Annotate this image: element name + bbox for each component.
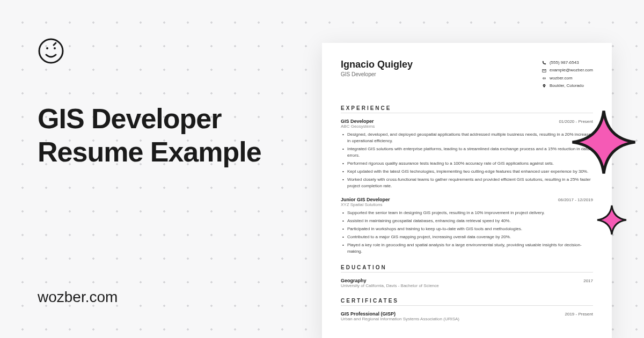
phone-icon (542, 61, 546, 65)
experience-section-title: EXPERIENCE (341, 105, 593, 113)
job-bullet: Participated in workshops and training t… (341, 226, 593, 232)
job-title: Junior GIS Developer (341, 197, 390, 202)
resume-name: Ignacio Quigley (341, 59, 413, 70)
certificate-name: GIS Professional (GISP) (341, 311, 396, 317)
wozber-logo-icon (38, 38, 64, 64)
job-bullets: Supported the senior team in designing G… (341, 210, 593, 255)
job-title: GIS Developer (341, 119, 374, 124)
job-dates: 06/2017 - 12/2019 (558, 197, 593, 202)
certificate-entry: GIS Professional (GISP) 2019 - Present U… (341, 311, 593, 321)
resume-identity: Ignacio Quigley GIS Developer (341, 59, 413, 90)
job-company: XYZ Spatial Solutions (341, 202, 593, 207)
job-bullet: Designed, developed, and deployed geospa… (341, 131, 593, 144)
job-bullet: Played a key role in geocoding and spati… (341, 242, 593, 255)
sparkle-large-icon (569, 107, 639, 177)
svg-point-1 (46, 47, 48, 49)
contact-location: Boulder, Colorado (542, 82, 593, 90)
website-text: wozber.com (550, 75, 573, 82)
education-year: 2017 (583, 278, 593, 283)
title-line-1: GIS Developer (38, 103, 221, 134)
job-company: ABC Geosystems (341, 124, 593, 129)
svg-point-0 (39, 39, 63, 63)
location-text: Boulder, Colorado (550, 82, 584, 90)
title-line-2: Resume Example (38, 136, 261, 167)
svg-point-4 (544, 85, 545, 86)
phone-text: (555) 987-6543 (550, 59, 579, 67)
job-bullet: Contributed to a major GIS mapping proje… (341, 234, 593, 240)
left-panel: GIS Developer Resume Example wozber.com (38, 38, 284, 306)
job-bullets: Designed, developed, and deployed geospa… (341, 131, 593, 189)
email-icon (542, 69, 546, 73)
certificates-section-title: CERTIFICATES (341, 298, 593, 306)
jobs-list: GIS Developer 01/2020 - Present ABC Geos… (341, 119, 593, 255)
link-icon (542, 76, 546, 80)
education-degree: Geography (341, 278, 367, 283)
contact-website: wozber.com (542, 75, 593, 82)
job-entry: Junior GIS Developer 06/2017 - 12/2019 X… (341, 197, 593, 255)
job-entry: GIS Developer 01/2020 - Present ABC Geos… (341, 119, 593, 189)
resume-role: GIS Developer (341, 71, 413, 77)
resume-document: Ignacio Quigley GIS Developer (555) 987-… (322, 43, 612, 338)
job-bullet: Performed rigorous quality assurance tes… (341, 160, 593, 167)
education-entry: Geography 2017 University of California,… (341, 278, 593, 288)
education-section-title: EDUCATION (341, 264, 593, 273)
certificate-org: Urban and Regional Information Systems A… (341, 317, 593, 321)
location-icon (542, 84, 546, 88)
job-bullet: Kept updated with the latest GIS technol… (341, 168, 593, 175)
job-bullet: Assisted in maintaining geospatial datab… (341, 218, 593, 224)
job-bullet: Worked closely with cross-functional tea… (341, 177, 593, 189)
contact-email: example@wozber.com (542, 67, 593, 74)
education-school: University of California, Davis - Bachel… (341, 283, 593, 288)
contact-block: (555) 987-6543 example@wozber.com wozber… (542, 59, 593, 90)
job-bullet: Supported the senior team in designing G… (341, 210, 593, 216)
email-text: example@wozber.com (550, 67, 593, 74)
resume-header: Ignacio Quigley GIS Developer (555) 987-… (341, 59, 593, 90)
sparkle-small-icon (596, 204, 628, 236)
page-title: GIS Developer Resume Example (38, 102, 284, 169)
job-bullet: Integrated GIS solutions with enterprise… (341, 146, 593, 159)
brand-label: wozber.com (38, 289, 284, 306)
certificate-dates: 2019 - Present (565, 312, 593, 317)
contact-phone: (555) 987-6543 (542, 59, 593, 67)
svg-point-2 (54, 47, 56, 49)
